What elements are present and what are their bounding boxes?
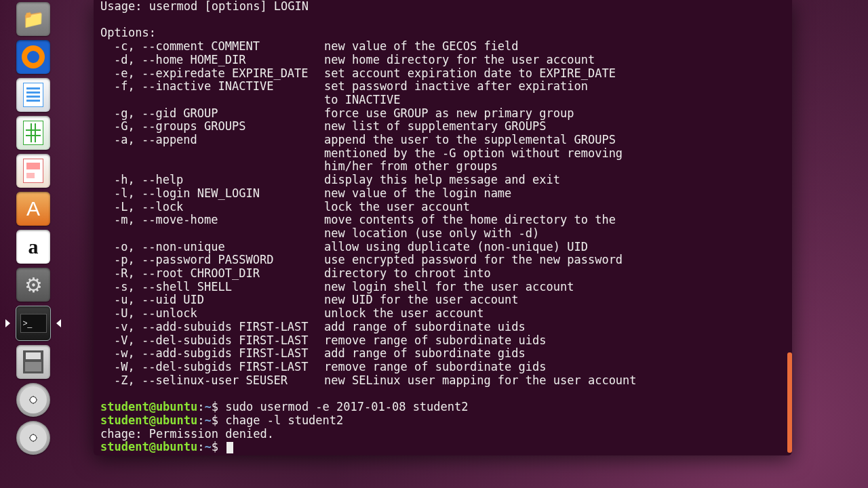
disk-icon[interactable] <box>16 345 50 379</box>
option-row: new location (use only with -d) <box>100 227 785 241</box>
cursor <box>226 442 233 453</box>
terminal-scrollbar[interactable] <box>787 352 792 453</box>
dvd1-icon[interactable] <box>16 383 50 417</box>
software-center-icon[interactable]: A <box>16 192 50 226</box>
terminal-output[interactable]: Usage: usermod [options] LOGIN Options:-… <box>94 0 792 455</box>
option-row: -e, --expiredate EXPIRE_DATEset account … <box>100 67 785 81</box>
amazon-icon[interactable]: a <box>16 230 50 264</box>
dvd2-icon[interactable] <box>16 421 50 455</box>
unity-launcher: 📁 A a ⚙ >_ <box>0 0 66 488</box>
writer-icon[interactable] <box>16 78 50 112</box>
option-row: -w, --add-subgids FIRST-LASTadd range of… <box>100 347 785 361</box>
option-row: -Z, --selinux-user SEUSERnew SELinux use… <box>100 374 785 388</box>
option-row: -R, --root CHROOT_DIRdirectory to chroot… <box>100 267 785 281</box>
impress-icon[interactable] <box>16 154 50 188</box>
option-row: -u, --uid UIDnew UID for the user accoun… <box>100 293 785 307</box>
usage-line: Usage: usermod [options] LOGIN <box>100 0 785 14</box>
option-row: -L, --locklock the user account <box>100 201 785 214</box>
prompt-line: student@ubuntu:~$ sudo usermod -e 2017-0… <box>100 401 785 414</box>
option-row: -c, --comment COMMENTnew value of the GE… <box>100 40 785 54</box>
terminal-icon[interactable]: >_ <box>16 306 51 341</box>
option-row: -f, --inactive INACTIVEset password inac… <box>100 80 785 94</box>
option-row: -V, --del-subuids FIRST-LASTremove range… <box>100 334 785 348</box>
option-row: -d, --home HOME_DIRnew home directory fo… <box>100 54 785 67</box>
option-row: -v, --add-subuids FIRST-LASTadd range of… <box>100 321 785 334</box>
option-row: -o, --non-uniqueallow using duplicate (n… <box>100 241 785 254</box>
option-row: -W, --del-subgids FIRST-LASTremove range… <box>100 361 785 374</box>
command-text: sudo usermod -e 2017-01-08 student2 <box>225 400 468 413</box>
option-row: to INACTIVE <box>100 94 785 107</box>
option-row: -p, --password PASSWORDuse encrypted pas… <box>100 253 785 267</box>
option-row: -m, --move-homemove contents of the home… <box>100 214 785 227</box>
prompt-line: student@ubuntu:~$ chage -l student2 <box>100 414 785 428</box>
command-text: chage -l student2 <box>225 413 343 427</box>
option-row: -g, --gid GROUPforce use GROUP as new pr… <box>100 107 785 121</box>
settings-icon[interactable]: ⚙ <box>16 268 50 302</box>
options-header: Options: <box>100 26 785 40</box>
option-row: -s, --shell SHELLnew login shell for the… <box>100 281 785 294</box>
option-row: him/her from other groups <box>100 160 785 174</box>
option-row: -G, --groups GROUPSnew list of supplemen… <box>100 120 785 134</box>
files-icon[interactable]: 📁 <box>16 2 50 36</box>
option-row: -U, --unlockunlock the user account <box>100 307 785 321</box>
current-prompt[interactable]: student@ubuntu:~$ <box>100 441 785 454</box>
calc-icon[interactable] <box>16 116 50 150</box>
option-row: -l, --login NEW_LOGINnew value of the lo… <box>100 187 785 201</box>
firefox-icon[interactable] <box>16 40 50 74</box>
option-row: -h, --helpdisplay this help message and … <box>100 174 785 187</box>
option-row: mentioned by the -G option without remov… <box>100 147 785 161</box>
option-row: -a, --appendappend the user to the suppl… <box>100 134 785 147</box>
output-line: chage: Permission denied. <box>100 428 785 441</box>
terminal-window[interactable]: Usage: usermod [options] LOGIN Options:-… <box>94 0 792 455</box>
